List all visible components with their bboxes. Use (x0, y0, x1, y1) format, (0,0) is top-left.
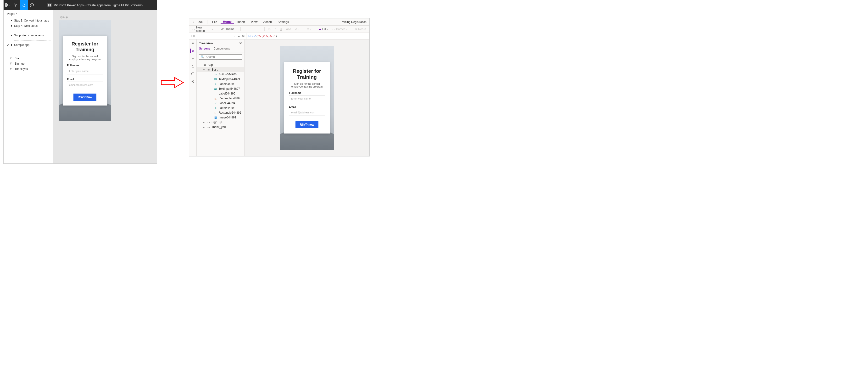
tab-components[interactable]: Components (214, 47, 230, 52)
label-icon: ⌑ (214, 101, 217, 105)
chevron-down-icon[interactable]: ▾ (145, 4, 146, 6)
formula-input[interactable]: RGBA(255, 255, 255, 1) (246, 33, 369, 39)
page-divider: ---------------------------------- (4, 48, 53, 52)
signup-card: Register forTraining Sign up for the ann… (284, 62, 330, 133)
tree-search[interactable]: 🔍Search (199, 54, 242, 60)
border-button[interactable]: ▭Border▾ (331, 28, 348, 31)
powerapps-app: ←Back File Home Insert View Action Setti… (189, 18, 370, 156)
arrow-icon (160, 77, 184, 89)
page-sample-app[interactable]: ✓Sample app (4, 42, 53, 48)
canvas-frame-label[interactable]: Sign-up (59, 16, 151, 19)
page-supported[interactable]: Supported components (4, 33, 53, 38)
tree-textinput[interactable]: ⌨TextInput544899 (197, 77, 244, 82)
start-screen[interactable]: Register forTraining Sign up for the ann… (280, 46, 334, 150)
comment-tool[interactable] (28, 0, 36, 10)
frame-icon: # (9, 67, 12, 70)
textinput-icon: ⌨ (214, 87, 217, 90)
tree-button[interactable]: ▭Button544900 (197, 72, 244, 77)
tree-rectangle[interactable]: ◺Rectangle544892 (197, 110, 244, 115)
page-divider: ---------------------------------- (4, 38, 53, 42)
italic-button[interactable]: I (274, 28, 277, 31)
svg-rect-7 (48, 5, 49, 6)
email-input[interactable] (289, 109, 325, 116)
menu-action[interactable]: Action (261, 20, 274, 24)
fullname-input[interactable] (289, 95, 325, 102)
svg-point-3 (7, 4, 8, 6)
tree-label[interactable]: ⌑Label544893 (197, 106, 244, 110)
tab-screens[interactable]: Screens (199, 47, 210, 52)
page-step3[interactable]: Step 3: Convert into an app (4, 18, 53, 23)
pa-menubar: ←Back File Home Insert View Action Setti… (189, 19, 369, 26)
pa-canvas[interactable]: Register forTraining Sign up for the ann… (245, 39, 369, 156)
menu-file[interactable]: File (210, 20, 220, 24)
fx-icon[interactable]: fx▾ (241, 33, 246, 39)
strike-button[interactable]: abc (285, 28, 292, 31)
new-screen-button[interactable]: ▭New screen▾ (191, 26, 215, 33)
pages-header[interactable]: Pages˄ (4, 10, 53, 17)
hand-tool[interactable] (20, 0, 28, 10)
tree-thankyou[interactable]: ▸▭Thank_you (197, 125, 244, 129)
label-icon: ⌑ (214, 82, 217, 86)
chevron-right-icon: ▸ (203, 121, 205, 124)
media-icon[interactable]: 🖵 (190, 71, 195, 76)
menu-home[interactable]: Home (221, 20, 234, 24)
fullname-input[interactable] (67, 68, 103, 74)
fill-button[interactable]: ◆Fill▾ (317, 28, 330, 31)
tree-image[interactable]: 🖼Image544891 (197, 115, 244, 120)
tree-label[interactable]: ⌑Label544894 (197, 101, 244, 106)
tools-icon[interactable]: ⚒ (190, 79, 195, 84)
tree-view-panel: Tree view ✕ Screens Components 🔍Search ▦… (197, 39, 245, 156)
close-icon[interactable]: ✕ (239, 41, 242, 45)
equals-label: = (237, 33, 241, 39)
border-icon: ▭ (332, 28, 335, 31)
tree-signup[interactable]: ▸▭Sign_up (197, 120, 244, 125)
frame-signup[interactable]: #Sign-up (4, 61, 53, 66)
figma-canvas[interactable]: Sign-up Register forTraining Sign up for… (53, 10, 157, 163)
data-icon[interactable]: 🗀 (190, 64, 195, 69)
tree-label[interactable]: ⌑Label544896 (197, 91, 244, 96)
image-icon: 🖼 (214, 116, 217, 119)
align-button[interactable]: ≡▾ (306, 28, 312, 31)
back-button[interactable]: ←Back (191, 20, 205, 24)
page-step4[interactable]: Step 4: Next steps (4, 23, 53, 28)
button-icon: ▭ (214, 73, 217, 76)
svg-rect-5 (48, 4, 49, 5)
reorder-button[interactable]: ⧉Reord (353, 28, 368, 31)
signup-frame[interactable]: Register forTraining Sign up for the ann… (59, 20, 111, 121)
figma-file-title[interactable]: Microsoft Power Apps - Create Apps from … (54, 3, 143, 7)
hamburger-icon[interactable]: ≡ (190, 41, 195, 46)
frame-thankyou[interactable]: #Thank you (4, 66, 53, 71)
rectangle-icon: ◺ (214, 97, 217, 100)
figma-menu-button[interactable]: ▾ (4, 0, 12, 10)
menu-insert[interactable]: Insert (235, 20, 248, 24)
label-icon: ⌑ (214, 92, 217, 95)
tree-start[interactable]: ▾▭Start··· (197, 67, 244, 72)
rsvp-button[interactable]: RSVP now (296, 121, 318, 128)
check-icon: ✓ (7, 43, 9, 47)
card-title: Register forTraining (67, 41, 103, 52)
menu-view[interactable]: View (249, 20, 260, 24)
rsvp-button[interactable]: RSVP now (73, 94, 96, 101)
more-icon[interactable]: ··· (239, 68, 242, 71)
menu-settings[interactable]: Settings (275, 20, 291, 24)
underline-button[interactable]: U (278, 28, 283, 31)
tree-view-title: Tree view (199, 41, 213, 45)
card-title: Register forTraining (289, 68, 325, 80)
fullname-label: Full name (289, 91, 325, 94)
tree-rectangle[interactable]: ◺Rectangle544895 (197, 96, 244, 101)
frame-start[interactable]: #Start (4, 56, 53, 61)
tree-app[interactable]: ▦App (197, 62, 244, 67)
treeview-icon[interactable]: ⧉ (190, 49, 195, 53)
search-icon: 🔍 (201, 55, 204, 59)
move-tool[interactable] (12, 0, 20, 10)
bold-button[interactable]: B (267, 28, 272, 31)
frame-icon: # (9, 62, 12, 65)
fontcolor-button[interactable]: A▾ (294, 28, 301, 31)
tree-label[interactable]: ⌑Label544898 (197, 82, 244, 86)
theme-button[interactable]: AᵃTheme▾ (220, 28, 238, 31)
tree-textinput[interactable]: ⌨TextInput544897 (197, 86, 244, 91)
email-input[interactable] (67, 82, 103, 88)
property-selector[interactable]: Fill▾ (189, 33, 237, 39)
frame-icon: # (9, 57, 12, 60)
insert-icon[interactable]: ＋ (190, 56, 195, 61)
